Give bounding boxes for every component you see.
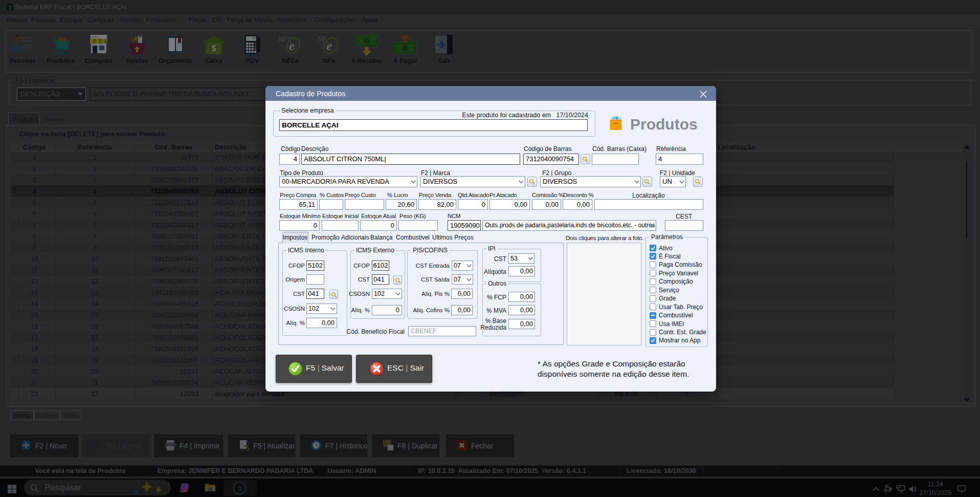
svg-text::}: :} (8, 5, 12, 10)
svg-text::}: :} (238, 485, 241, 491)
svg-text:e: e (289, 39, 295, 53)
svg-text:$: $ (211, 44, 216, 53)
svg-text:e: e (326, 38, 332, 53)
